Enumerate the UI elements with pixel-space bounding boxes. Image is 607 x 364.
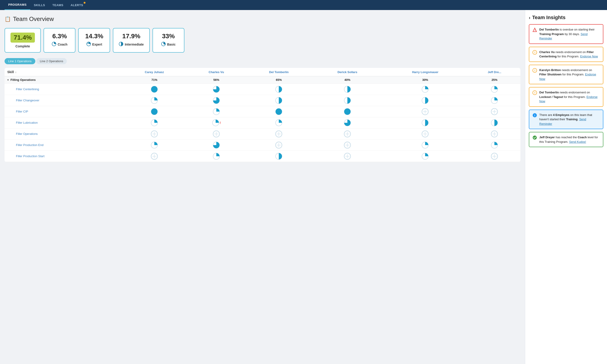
skill-cell-0[interactable]	[121, 95, 188, 106]
skill-name-cell[interactable]: Filler Changeover	[5, 95, 121, 106]
insight-text-4: There are 4 Employes on this team that h…	[539, 113, 600, 126]
col-charles[interactable]: Charles Vu	[188, 68, 244, 76]
pie-wrap	[471, 108, 518, 115]
col-skill[interactable]: Skill ↑	[5, 68, 121, 76]
nav-skills[interactable]: SKILLS	[30, 0, 49, 10]
stat-complete[interactable]: 71.4% Complete	[5, 28, 41, 53]
col-jeff[interactable]: Jeff Dre...	[469, 68, 520, 76]
skill-name-cell[interactable]: Filler Centerlining	[5, 84, 121, 95]
tab-line1[interactable]: Line 1 Operations	[5, 58, 35, 64]
skill-cell-3[interactable]	[313, 84, 382, 95]
insight-text-1: Charles Vu needs endorsement on Filler C…	[539, 50, 600, 59]
skill-name-cell[interactable]: Filler CIP	[5, 106, 121, 117]
skill-cell-3[interactable]	[313, 128, 382, 139]
table-row: Filler Changeover	[5, 95, 520, 106]
skill-cell-5[interactable]	[469, 117, 520, 128]
skill-cell-4[interactable]	[382, 117, 469, 128]
skill-cell-0[interactable]	[121, 128, 188, 139]
nav-alerts[interactable]: ALERTS	[67, 0, 87, 10]
skill-cell-0[interactable]	[121, 117, 188, 128]
tab-line2[interactable]: Line 2 Operations	[36, 58, 67, 64]
skill-cell-3[interactable]	[313, 151, 382, 162]
col-harry[interactable]: Harry Longsmauer	[382, 68, 469, 76]
skill-cell-1[interactable]	[188, 84, 244, 95]
stat-basic-label: Basic	[161, 42, 175, 47]
skill-cell-5[interactable]	[469, 84, 520, 95]
skill-cell-0[interactable]	[121, 139, 188, 151]
skill-cell-5[interactable]	[469, 151, 520, 162]
col-del[interactable]: Del Tomberlin	[245, 68, 313, 76]
nav-programs[interactable]: PROGRAMS	[5, 0, 30, 10]
table-row: Filler CIP	[5, 106, 520, 117]
page-title: Team Overview	[13, 15, 54, 23]
pie-wrap	[471, 130, 518, 138]
skill-cell-4[interactable]	[382, 95, 469, 106]
skill-cell-2[interactable]	[245, 117, 313, 128]
skill-name-cell[interactable]: Filler Production End	[5, 139, 121, 151]
insight-icon-4: i	[532, 113, 537, 119]
skill-cell-1[interactable]: !	[188, 117, 244, 128]
skill-cell-2[interactable]	[245, 95, 313, 106]
skill-cell-2[interactable]	[245, 151, 313, 162]
pie-wrap	[316, 142, 379, 149]
insight-card-4: iThere are 4 Employes on this team that …	[529, 110, 603, 129]
skill-cell-3[interactable]	[313, 95, 382, 106]
right-panel: › Team Insights !Del Tomberlin is overdu…	[525, 10, 607, 364]
skill-cell-1[interactable]	[188, 151, 244, 162]
stat-coach[interactable]: 6.3% Coach	[43, 28, 75, 53]
sort-arrow: ↑	[15, 71, 17, 74]
skill-cell-2[interactable]	[245, 139, 313, 151]
skill-cell-4[interactable]	[382, 151, 469, 162]
page-title-icon: 📋	[5, 16, 11, 22]
skill-cell-3[interactable]	[313, 106, 382, 117]
skill-name-cell[interactable]: Filler Lubrication	[5, 117, 121, 128]
skill-cell-1[interactable]	[188, 128, 244, 139]
stat-intermediate[interactable]: 17.9% Intermediate	[113, 28, 149, 53]
skill-cell-5[interactable]	[469, 95, 520, 106]
skill-cell-1[interactable]	[188, 95, 244, 106]
insight-link[interactable]: Send Kudos!	[569, 140, 586, 143]
skill-cell-1[interactable]	[188, 139, 244, 151]
col-carey[interactable]: Carey Juhasz	[121, 68, 188, 76]
skill-cell-3[interactable]	[313, 117, 382, 128]
skill-cell-4[interactable]	[382, 128, 469, 139]
stat-basic[interactable]: 33% Basic	[152, 28, 184, 53]
skill-cell-2[interactable]	[245, 106, 313, 117]
insight-text-3: Del Tomberlin needs endorsement on Locko…	[539, 90, 600, 104]
skill-cell-5[interactable]	[469, 128, 520, 139]
insight-link[interactable]: Endorse Now	[580, 55, 598, 58]
coach-icon	[52, 42, 56, 47]
pie-wrap	[471, 86, 518, 93]
skill-cell-5[interactable]	[469, 139, 520, 151]
skill-cell-5[interactable]	[469, 106, 520, 117]
col-derick[interactable]: Derick Sollars	[313, 68, 382, 76]
stat-expert[interactable]: 14.3% Expert	[78, 28, 110, 53]
section-header: ▾ Filling Operations71%56%65%40%30%25%	[5, 76, 520, 84]
pie-wrap	[248, 97, 310, 104]
insights-container: !Del Tomberlin is overdue on starting th…	[529, 24, 603, 147]
skill-cell-2[interactable]	[245, 128, 313, 139]
skill-cell-1[interactable]	[188, 106, 244, 117]
pie-wrap	[248, 130, 310, 138]
skill-name-cell[interactable]: Filler Production Start	[5, 151, 121, 162]
skill-cell-0[interactable]	[121, 106, 188, 117]
insight-icon-0: !	[532, 27, 537, 34]
pie-wrap	[385, 108, 466, 115]
svg-point-18	[151, 108, 158, 115]
skill-cell-0[interactable]	[121, 151, 188, 162]
skill-cell-0[interactable]	[121, 84, 188, 95]
skill-name-cell[interactable]: Filler Operations	[5, 128, 121, 139]
pie-wrap	[385, 130, 466, 138]
skill-cell-3[interactable]	[313, 139, 382, 151]
skill-cell-4[interactable]	[382, 106, 469, 117]
insight-link[interactable]: Send Reminder	[539, 117, 586, 126]
section-toggle[interactable]: ▾	[7, 78, 9, 81]
pie-wrap	[123, 86, 185, 93]
pie-wrap	[248, 119, 310, 126]
exclamation-mark: !	[220, 121, 221, 125]
skill-cell-4[interactable]	[382, 84, 469, 95]
skill-cell-2[interactable]	[245, 84, 313, 95]
skill-cell-4[interactable]	[382, 139, 469, 151]
nav-teams[interactable]: TEAMS	[49, 0, 67, 10]
page-title-area: 📋 Team Overview	[5, 15, 520, 23]
